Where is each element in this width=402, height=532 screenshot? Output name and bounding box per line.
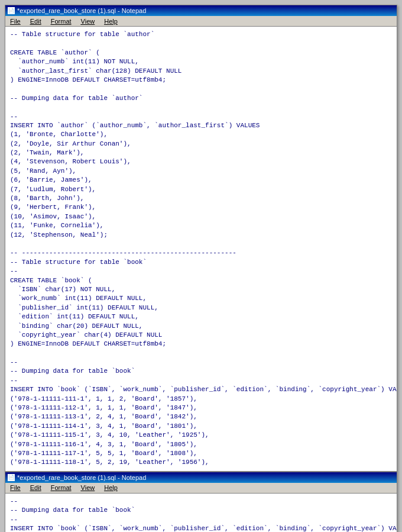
menu-view-2[interactable]: View <box>79 483 98 492</box>
notepad-icon-2: 📄 <box>8 474 15 481</box>
content-area-1[interactable]: -- Table structure for table `author` CR… <box>5 27 397 471</box>
menu-view-1[interactable]: View <box>79 17 98 25</box>
menu-help-1[interactable]: Help <box>102 17 120 25</box>
menu-bar-1: File Edit Format View Help <box>5 16 397 27</box>
window-1: 📄 *exported_rare_book_store (1).sql - No… <box>5 5 397 472</box>
menu-format-1[interactable]: Format <box>48 17 74 25</box>
window-2: 📄 *exported_rare_book_store (1).sql - No… <box>5 472 397 532</box>
window-title-1: *exported_rare_book_store (1).sql - Note… <box>17 7 146 14</box>
menu-bar-2: File Edit Format View Help <box>5 483 397 494</box>
menu-file-1[interactable]: File <box>8 17 23 25</box>
content-area-2[interactable]: -- -- Dumping data for table `book` -- I… <box>5 494 397 532</box>
menu-edit-1[interactable]: Edit <box>28 17 44 25</box>
notepad-icon-1: 📄 <box>8 7 15 14</box>
menu-file-2[interactable]: File <box>8 483 23 492</box>
menu-help-2[interactable]: Help <box>102 483 120 492</box>
menu-edit-2[interactable]: Edit <box>28 483 44 492</box>
menu-format-2[interactable]: Format <box>48 483 74 492</box>
window-title-2: *exported_rare_book_store (1).sql - Note… <box>17 474 146 481</box>
title-bar-1: 📄 *exported_rare_book_store (1).sql - No… <box>5 5 397 16</box>
title-bar-2: 📄 *exported_rare_book_store (1).sql - No… <box>5 472 397 483</box>
